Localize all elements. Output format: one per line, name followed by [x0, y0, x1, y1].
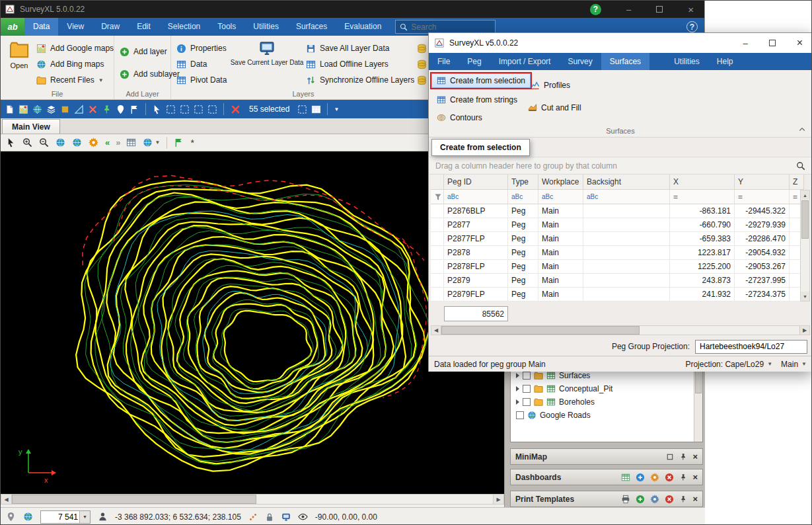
- recent-files-button[interactable]: Recent Files ▼: [36, 72, 114, 88]
- filter-workplace[interactable]: aBc: [538, 190, 583, 204]
- scale-input[interactable]: [41, 512, 78, 522]
- column-header-peg-id[interactable]: Peg ID: [444, 175, 508, 190]
- select-add-icon[interactable]: [180, 104, 190, 114]
- expand-arrow-icon[interactable]: [516, 399, 519, 405]
- minimize-button[interactable]: –: [626, 5, 631, 14]
- print-templates-panel-header[interactable]: Print Templates ×: [510, 491, 703, 507]
- minimap-panel-header[interactable]: MiniMap ×: [510, 448, 703, 465]
- table-row[interactable]: P2878 Peg Main 1223.817 -29054.932: [431, 246, 804, 260]
- toolbar-caret-icon[interactable]: ▼: [334, 106, 339, 112]
- tree-scroll-thumb[interactable]: [695, 371, 702, 393]
- pin-icon[interactable]: [679, 453, 687, 461]
- close-button[interactable]: ×: [797, 38, 803, 48]
- peg-menu-tab[interactable]: Survey: [559, 53, 601, 70]
- ribbon-tab[interactable]: Tools: [209, 18, 244, 36]
- ribbon-tab[interactable]: Utilities: [244, 18, 287, 36]
- zoom-in-icon[interactable]: [22, 138, 32, 147]
- table-row[interactable]: P2879FLP Peg Main 241.932 -27234.375: [431, 288, 804, 302]
- select-pointer-icon[interactable]: [152, 104, 162, 114]
- layer-checkbox[interactable]: [516, 411, 524, 419]
- column-header-type[interactable]: Type: [508, 175, 538, 190]
- scroll-right-icon[interactable]: ▶: [799, 326, 809, 335]
- load-offline-layers-button[interactable]: Load Offline Layers: [306, 56, 414, 72]
- ribbon-tab[interactable]: View: [58, 18, 92, 36]
- expand-arrow-icon[interactable]: [516, 373, 519, 378]
- remove-circle-icon[interactable]: [665, 473, 674, 482]
- main-titlebar[interactable]: SurveyXL 5.0.0.22 ? – ×: [1, 1, 704, 18]
- properties-button[interactable]: Properties: [176, 40, 227, 56]
- filter-peg-id[interactable]: aBc: [444, 190, 508, 204]
- set-square-icon[interactable]: [74, 104, 84, 114]
- pin-icon[interactable]: [102, 104, 112, 114]
- placemark-icon[interactable]: [116, 104, 126, 114]
- grid-vscrollbar[interactable]: ▲ ▼: [800, 190, 810, 302]
- profiles-button[interactable]: Profiles: [525, 78, 575, 93]
- add-circle-icon[interactable]: [636, 473, 645, 482]
- projection-globe-icon[interactable]: [23, 512, 33, 522]
- column-header-workplace[interactable]: Workplace: [538, 175, 583, 190]
- layer-checkbox[interactable]: [523, 398, 531, 406]
- new-drawing-icon[interactable]: [5, 104, 15, 114]
- add-google-maps-button[interactable]: Add Google maps: [36, 40, 114, 56]
- style-picker[interactable]: ▼: [143, 138, 160, 147]
- selection-table-icon[interactable]: [311, 104, 321, 114]
- add-layer-button[interactable]: Add layer: [120, 44, 167, 60]
- database-button-2[interactable]: [417, 56, 427, 72]
- peg-menu-tab[interactable]: File: [429, 53, 459, 70]
- ribbon-tab[interactable]: Evaluation: [336, 18, 390, 36]
- close-button[interactable]: ×: [688, 5, 694, 15]
- synchronize-offline-layers-button[interactable]: Synchronize Offline Layers: [306, 72, 414, 88]
- remove-circle-icon[interactable]: [665, 495, 674, 504]
- settings-gear-icon[interactable]: [89, 138, 98, 147]
- ribbon-tab[interactable]: Draw: [92, 18, 128, 36]
- peg-menu-tab[interactable]: Utilities: [665, 53, 708, 70]
- table-row[interactable]: P2878FLP Peg Main 1225.200 -29053.267: [431, 260, 804, 274]
- minimize-button[interactable]: –: [743, 39, 747, 48]
- grid-hscrollbar[interactable]: ◀ ▶: [431, 325, 810, 335]
- scroll-left-icon[interactable]: ◀: [1, 495, 12, 504]
- tree-item[interactable]: Boreholes: [511, 395, 702, 409]
- asterisk-icon[interactable]: *: [190, 138, 194, 148]
- create-from-selection-button[interactable]: Create from selection: [431, 73, 531, 88]
- zoom-out-icon[interactable]: [39, 138, 49, 147]
- collapse-panels-icon[interactable]: «: [105, 138, 109, 147]
- column-header-z[interactable]: Z: [790, 175, 804, 190]
- pin-icon[interactable]: [679, 473, 687, 481]
- go-flag-icon[interactable]: [174, 138, 184, 147]
- ribbon-tab[interactable]: Data: [24, 18, 58, 36]
- expand-arrow-icon[interactable]: [516, 386, 519, 391]
- search-box[interactable]: [395, 20, 496, 34]
- expand-panels-icon[interactable]: »: [116, 138, 120, 147]
- scroll-up-icon[interactable]: ▲: [801, 190, 809, 200]
- gear-icon[interactable]: [650, 495, 659, 504]
- save-all-layer-data-button[interactable]: Save All Layer Data: [306, 40, 414, 56]
- select-subtract-icon[interactable]: [194, 104, 203, 114]
- add-circle-icon[interactable]: [636, 495, 645, 504]
- basemap-icon[interactable]: [18, 104, 28, 114]
- filter-y[interactable]: =: [735, 190, 790, 204]
- open-button[interactable]: Open: [5, 40, 34, 69]
- maximize-button[interactable]: [656, 6, 663, 13]
- layer-checkbox[interactable]: [523, 372, 531, 380]
- scroll-thumb[interactable]: [12, 495, 256, 504]
- layer-checkbox[interactable]: [523, 385, 531, 393]
- scroll-thumb[interactable]: [801, 200, 809, 239]
- tree-item[interactable]: Conceptual_Pit: [511, 382, 702, 395]
- layers-icon[interactable]: [46, 104, 56, 114]
- column-header-backsight[interactable]: Backsight: [583, 175, 670, 190]
- peg-status-projection[interactable]: Projection: Cape/Lo29: [685, 360, 764, 369]
- snap-dots-icon[interactable]: [248, 512, 258, 522]
- add-bing-maps-button[interactable]: Add Bing maps: [36, 56, 114, 72]
- ribbon-tab[interactable]: Surfaces: [287, 18, 336, 36]
- clear-selection-icon[interactable]: [230, 104, 241, 115]
- ribbon-tab[interactable]: Edit: [128, 18, 159, 36]
- eye-icon[interactable]: [298, 512, 308, 522]
- create-from-strings-button[interactable]: Create from strings: [431, 93, 523, 107]
- ribbon-help-icon[interactable]: ?: [686, 21, 698, 32]
- canvas-hscrollbar[interactable]: ◀ ▶: [1, 494, 504, 505]
- pointer-tool-icon[interactable]: [6, 138, 16, 147]
- select-rect-icon[interactable]: [166, 104, 176, 114]
- table-row[interactable]: P2877FLP Peg Main -659.383 -29286.470: [431, 232, 804, 246]
- peg-person-icon[interactable]: [98, 512, 108, 522]
- data-button[interactable]: Data: [176, 56, 227, 72]
